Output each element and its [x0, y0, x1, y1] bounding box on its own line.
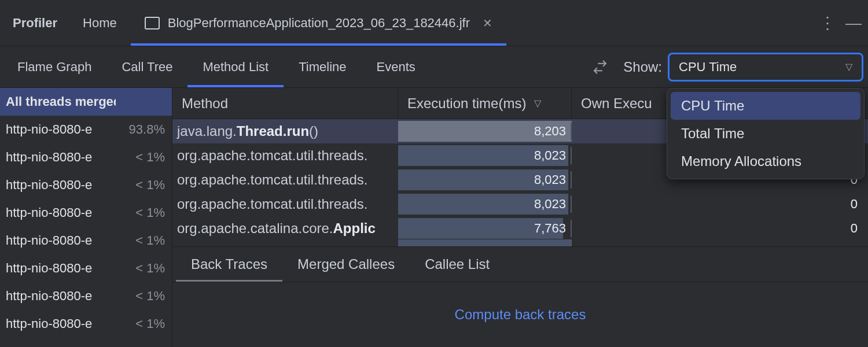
tool-title: Profiler	[2, 16, 69, 31]
cell-exec-time: 8,203	[398, 119, 572, 143]
folder-icon	[145, 17, 160, 29]
cell-exec-time: 7,763	[398, 216, 572, 241]
tab-method-list[interactable]: Method List	[187, 46, 284, 87]
close-icon[interactable]: ✕	[483, 16, 492, 30]
chevron-down-icon: ▽	[845, 61, 852, 72]
thread-pct: < 1%	[135, 316, 165, 331]
thread-name: All threads merged	[6, 94, 116, 109]
thread-pct: < 1%	[135, 178, 165, 193]
tab-file-label: BlogPerformanceApplication_2023_06_23_18…	[168, 16, 470, 31]
thread-sidebar: All threads mergedhttp-nio-8080-e93.8%ht…	[0, 88, 172, 347]
tab-merged-callees[interactable]: Merged Callees	[282, 247, 410, 282]
thread-name: http-nio-8080-e	[6, 178, 92, 193]
thread-name: http-nio-8080-e	[6, 122, 92, 137]
thread-pct: < 1%	[135, 289, 165, 304]
cell-exec-time: 8,023	[398, 192, 572, 216]
table-row-stub	[398, 239, 571, 246]
sidebar-thread-item[interactable]: http-nio-8080-e93.8%	[0, 116, 172, 143]
tab-back-traces[interactable]: Back Traces	[176, 247, 282, 282]
cell-method: org.apache.catalina.core.Applic	[172, 220, 398, 237]
sidebar-thread-item[interactable]: http-nio-8080-e< 1%	[0, 310, 172, 338]
cell-method: org.apache.tomcat.util.threads.	[172, 172, 398, 188]
table-row[interactable]: org.apache.catalina.core.Applic7,7630	[172, 216, 868, 241]
sidebar-thread-item[interactable]: http-nio-8080-e< 1%	[0, 143, 172, 171]
tab-timeline[interactable]: Timeline	[284, 46, 361, 87]
sidebar-thread-item[interactable]: All threads merged	[0, 88, 172, 116]
exec-value: 8,203	[534, 124, 566, 139]
exec-value: 8,023	[534, 148, 566, 163]
tab-call-tree[interactable]: Call Tree	[106, 46, 187, 87]
sidebar-thread-item[interactable]: http-nio-8080-e< 1%	[0, 227, 172, 254]
swap-icon[interactable]	[589, 56, 612, 79]
cell-own-exec: 0	[572, 197, 868, 212]
thread-pct: < 1%	[135, 261, 165, 276]
thread-pct: < 1%	[135, 205, 165, 220]
sidebar-thread-item[interactable]: http-nio-8080-e< 1%	[0, 282, 172, 310]
cell-method: org.apache.tomcat.util.threads.	[172, 147, 398, 164]
show-combobox[interactable]: CPU Time ▽	[668, 53, 863, 82]
thread-name: http-nio-8080-e	[6, 150, 92, 165]
cell-method: java.lang.Thread.run()	[172, 123, 398, 139]
show-value: CPU Time	[679, 60, 737, 75]
thread-pct: 93.8%	[129, 122, 165, 137]
show-label: Show:	[623, 59, 662, 75]
compute-back-traces-link[interactable]: Compute back traces	[455, 307, 586, 323]
cell-exec-time: 8,023	[398, 143, 572, 168]
chevron-down-icon: ▽	[534, 98, 541, 109]
col-exec-time[interactable]: Execution time(ms) ▽	[398, 88, 572, 119]
trace-panel: Compute back traces	[172, 282, 868, 347]
exec-value: 7,763	[534, 221, 566, 236]
dd-total-time[interactable]: Total Time	[671, 120, 860, 147]
sidebar-thread-item[interactable]: http-nio-8080-e< 1%	[0, 254, 172, 282]
tab-events[interactable]: Events	[362, 46, 431, 87]
tab-file[interactable]: BlogPerformanceApplication_2023_06_23_18…	[131, 0, 506, 46]
trace-tabs: Back Traces Merged Callees Callee List	[172, 246, 868, 282]
cell-own-exec: 0	[572, 221, 868, 236]
exec-value: 8,023	[534, 172, 566, 187]
col-exec-label: Execution time(ms)	[407, 95, 526, 112]
col-method[interactable]: Method	[172, 88, 398, 119]
more-icon[interactable]: ⋮	[815, 13, 840, 32]
tab-home[interactable]: Home	[69, 0, 131, 46]
table-row[interactable]: org.apache.tomcat.util.threads.8,0230	[172, 192, 868, 216]
sidebar-thread-item[interactable]: http-nio-8080-e< 1%	[0, 171, 172, 199]
tab-home-label: Home	[83, 16, 117, 31]
cell-method: org.apache.tomcat.util.threads.	[172, 196, 398, 212]
thread-name: http-nio-8080-e	[6, 316, 92, 331]
exec-value: 8,023	[534, 197, 566, 212]
thread-name: http-nio-8080-e	[6, 261, 92, 276]
thread-name: http-nio-8080-e	[6, 233, 92, 248]
thread-pct: < 1%	[135, 233, 165, 248]
thread-name: http-nio-8080-e	[6, 289, 92, 304]
tab-flame-graph[interactable]: Flame Graph	[2, 46, 106, 87]
thread-name: http-nio-8080-e	[6, 205, 92, 220]
dd-memory-allocations[interactable]: Memory Allocations	[671, 147, 860, 175]
cell-exec-time: 8,023	[398, 168, 572, 192]
minimize-icon[interactable]: —	[840, 14, 866, 32]
thread-pct: < 1%	[135, 150, 165, 165]
show-dropdown[interactable]: CPU Time Total Time Memory Allocations	[667, 88, 865, 179]
dd-cpu-time[interactable]: CPU Time	[671, 92, 860, 120]
sidebar-thread-item[interactable]: http-nio-8080-e< 1%	[0, 199, 172, 227]
tab-callee-list[interactable]: Callee List	[410, 247, 505, 282]
